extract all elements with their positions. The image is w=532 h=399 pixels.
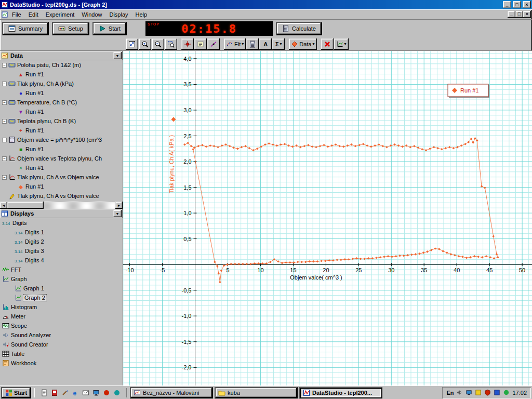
statistics-menu-button[interactable]: Σ▾ <box>272 38 285 50</box>
menu-help[interactable]: Help <box>132 10 151 19</box>
display-item[interactable]: 3.14Digits <box>0 218 123 228</box>
start-menu-button[interactable]: Start <box>1 387 31 398</box>
tray-shield-red-icon[interactable] <box>484 389 491 396</box>
scale-to-fit-button[interactable] <box>126 38 138 50</box>
smart-tool-button[interactable] <box>181 38 194 50</box>
minimize-button[interactable]: _ <box>503 1 511 8</box>
dropdown-arrow-icon[interactable]: ▾ <box>313 42 315 46</box>
display-item[interactable]: Meter <box>0 312 123 321</box>
tree-collapse-icon[interactable]: − <box>2 175 7 180</box>
displays-panel-header[interactable]: Displays ▼ <box>0 209 123 218</box>
display-subitem[interactable]: 3.14Digits 4 <box>0 256 123 265</box>
quick-launch-page-icon[interactable] <box>39 388 49 397</box>
display-item[interactable]: Histogram <box>0 302 123 312</box>
zoom-in-button[interactable] <box>139 38 151 50</box>
graph-settings-button[interactable]: ▾ <box>334 38 349 50</box>
tree-collapse-icon[interactable]: − <box>2 82 7 86</box>
tree-collapse-icon[interactable]: − <box>2 156 7 161</box>
data-panel-header[interactable]: Data ▼ <box>0 51 123 60</box>
quick-launch-mail-icon[interactable] <box>81 388 90 397</box>
tray-volume-icon[interactable] <box>456 389 463 396</box>
tray-app-yellow-icon[interactable] <box>474 389 482 396</box>
run-item[interactable]: ●Run #1 <box>0 88 123 98</box>
display-item[interactable]: Graph <box>0 274 123 284</box>
display-item[interactable]: FFT <box>0 265 123 274</box>
data-item[interactable]: Tlak plynu, Ch A vs Objem valce <box>0 191 123 201</box>
display-item[interactable]: Table <box>0 349 123 358</box>
mdi-restore-button[interactable]: □ <box>515 11 523 18</box>
mdi-minimize-button[interactable]: _ <box>508 11 515 18</box>
display-item[interactable]: Workbook <box>0 358 123 368</box>
quick-launch-notes-icon[interactable] <box>50 388 59 397</box>
task-button[interactable]: DataStudio - tepl200... <box>299 387 382 398</box>
display-item[interactable]: Sound Analyzer <box>0 330 123 340</box>
zoom-select-button[interactable] <box>165 38 177 50</box>
calculate-button[interactable]: Calculate <box>276 22 322 35</box>
run-item[interactable]: +Run #1 <box>0 126 123 135</box>
display-item[interactable]: Scope <box>0 321 123 330</box>
tree-collapse-icon[interactable]: − <box>2 100 7 105</box>
data-panel-scrollbar[interactable]: ◄ ► <box>0 202 123 209</box>
note-tool-button[interactable] <box>194 38 207 50</box>
display-item[interactable]: Sound Creator <box>0 340 123 349</box>
data-item[interactable]: −=Objem valce = pi*r*r*y*100 (cm^3 <box>0 135 123 144</box>
slope-tool-button[interactable] <box>207 38 220 50</box>
run-item[interactable]: ◆Run #1 <box>0 182 123 191</box>
data-panel-menu-button[interactable]: ▼ <box>113 52 122 59</box>
quick-launch-desktop-icon[interactable] <box>91 388 101 397</box>
calculator-tool-button[interactable] <box>246 38 259 50</box>
display-subitem[interactable]: Graph 2 <box>0 293 123 302</box>
data-item[interactable]: −Teplota plynu, Ch B (K) <box>0 116 123 126</box>
scroll-right-button[interactable]: ► <box>115 202 123 209</box>
dropdown-arrow-icon[interactable]: ▾ <box>280 42 282 46</box>
display-subitem[interactable]: 3.14Digits 3 <box>0 246 123 256</box>
run-item[interactable]: ■Run #1 <box>0 144 123 154</box>
dropdown-arrow-icon[interactable]: ▾ <box>242 42 244 46</box>
scroll-left-button[interactable]: ◄ <box>0 202 7 209</box>
menu-file[interactable]: File <box>8 10 25 19</box>
run-item[interactable]: ▲Run #1 <box>0 70 123 79</box>
run-item[interactable]: ×Run #1 <box>0 163 123 172</box>
tree-collapse-icon[interactable]: − <box>2 138 7 142</box>
fit-menu-button[interactable]: Fit▾ <box>224 38 246 50</box>
dropdown-arrow-icon[interactable]: ▾ <box>344 42 347 46</box>
quick-launch-app-teal-icon[interactable] <box>112 388 122 397</box>
display-subitem[interactable]: Graph 1 <box>0 284 123 293</box>
tree-collapse-icon[interactable]: − <box>2 63 7 68</box>
taskbar-clock[interactable]: 17:02 <box>512 390 527 396</box>
menu-experiment[interactable]: Experiment <box>42 10 78 19</box>
task-button[interactable]: Bez_názvu - Malování <box>130 387 213 398</box>
scrollbar-thumb[interactable] <box>7 202 44 209</box>
close-button[interactable]: × <box>523 1 531 8</box>
zoom-out-button[interactable] <box>152 38 164 50</box>
start-button[interactable]: Start <box>92 22 127 35</box>
run-item[interactable]: ▼Run #1 <box>0 107 123 116</box>
tray-display-tray-icon[interactable] <box>465 389 473 396</box>
quick-launch-app-red-icon[interactable] <box>102 388 111 397</box>
delete-button[interactable] <box>321 38 334 50</box>
tree-collapse-icon[interactable]: − <box>2 119 7 124</box>
mdi-close-button[interactable]: × <box>523 11 531 18</box>
data-menu-button[interactable]: Data▾ <box>289 38 316 50</box>
graph-plot-area[interactable]: -10-551015202530354045504,03,53,02,52,01… <box>123 51 532 385</box>
menu-display[interactable]: Display <box>105 10 131 19</box>
display-subitem[interactable]: 3.14Digits 2 <box>0 237 123 246</box>
menu-window[interactable]: Window <box>78 10 105 19</box>
legend[interactable]: Run #1 <box>448 84 489 98</box>
data-item[interactable]: −Poloha pistu, Ch 1&2 (m) <box>0 60 123 70</box>
data-item[interactable]: −Tlak plynu, Ch A (kPa) <box>0 79 123 88</box>
tray-app-green-icon[interactable] <box>502 389 510 396</box>
keyboard-layout-indicator[interactable]: En <box>446 390 454 396</box>
menu-edit[interactable]: Edit <box>25 10 42 19</box>
text-tool-button[interactable]: A <box>259 38 272 50</box>
summary-button[interactable]: Summary <box>2 22 49 35</box>
data-item[interactable]: −Temperature, Ch B (°C) <box>0 98 123 107</box>
maximize-button[interactable]: □ <box>513 1 521 8</box>
tray-app-blue-icon[interactable] <box>493 389 501 396</box>
data-item[interactable]: −Objem valce vs Teplota plynu, Ch <box>0 154 123 163</box>
quick-launch-brush-icon[interactable] <box>60 388 70 397</box>
displays-panel-menu-button[interactable]: ▼ <box>113 210 122 217</box>
data-item[interactable]: −Tlak plynu, Ch A vs Objem valce <box>0 172 123 182</box>
display-subitem[interactable]: 3.14Digits 1 <box>0 228 123 237</box>
quick-launch-ie-icon[interactable]: e <box>71 388 80 397</box>
